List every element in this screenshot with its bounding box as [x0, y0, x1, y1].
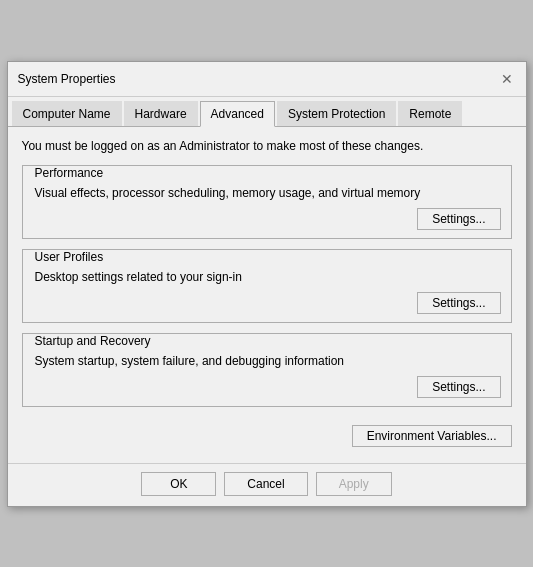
- startup-recovery-desc: System startup, system failure, and debu…: [23, 348, 511, 372]
- user-profiles-desc: Desktop settings related to your sign-in: [23, 264, 511, 288]
- footer: OK Cancel Apply: [8, 463, 526, 506]
- performance-label: Performance: [31, 166, 108, 180]
- performance-section: Performance Visual effects, processor sc…: [22, 165, 512, 239]
- system-properties-window: System Properties ✕ Computer Name Hardwa…: [7, 61, 527, 507]
- content-area: You must be logged on as an Administrato…: [8, 127, 526, 463]
- user-profiles-btn-row: Settings...: [23, 288, 511, 314]
- performance-btn-row: Settings...: [23, 204, 511, 230]
- apply-button[interactable]: Apply: [316, 472, 392, 496]
- tab-hardware[interactable]: Hardware: [124, 101, 198, 126]
- close-button[interactable]: ✕: [498, 70, 516, 88]
- cancel-button[interactable]: Cancel: [224, 472, 307, 496]
- admin-notice: You must be logged on as an Administrato…: [22, 139, 512, 153]
- title-bar: System Properties ✕: [8, 62, 526, 97]
- environment-variables-button[interactable]: Environment Variables...: [352, 425, 512, 447]
- startup-recovery-btn-row: Settings...: [23, 372, 511, 398]
- window-title: System Properties: [18, 72, 116, 86]
- startup-recovery-settings-button[interactable]: Settings...: [417, 376, 500, 398]
- user-profiles-settings-button[interactable]: Settings...: [417, 292, 500, 314]
- tab-bar: Computer Name Hardware Advanced System P…: [8, 97, 526, 127]
- ok-button[interactable]: OK: [141, 472, 216, 496]
- user-profiles-label: User Profiles: [31, 250, 108, 264]
- performance-settings-button[interactable]: Settings...: [417, 208, 500, 230]
- tab-computer-name[interactable]: Computer Name: [12, 101, 122, 126]
- tab-system-protection[interactable]: System Protection: [277, 101, 396, 126]
- performance-desc: Visual effects, processor scheduling, me…: [23, 180, 511, 204]
- tab-remote[interactable]: Remote: [398, 101, 462, 126]
- user-profiles-section: User Profiles Desktop settings related t…: [22, 249, 512, 323]
- tab-advanced[interactable]: Advanced: [200, 101, 275, 127]
- startup-recovery-label: Startup and Recovery: [31, 334, 155, 348]
- startup-recovery-section: Startup and Recovery System startup, sys…: [22, 333, 512, 407]
- env-btn-row: Environment Variables...: [22, 417, 512, 453]
